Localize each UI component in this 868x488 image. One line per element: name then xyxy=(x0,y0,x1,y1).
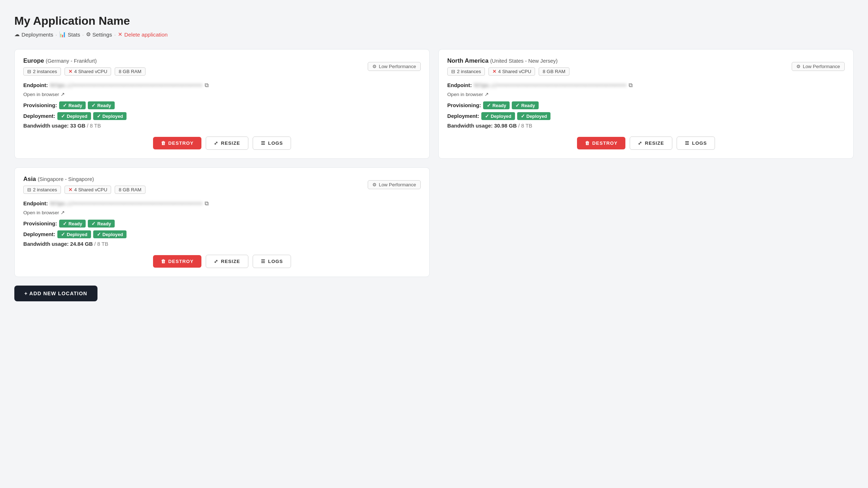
resize-button[interactable]: ⤢ RESIZE xyxy=(206,137,248,150)
region-card-europe: Europe (Germany - Frankfurt) ⊟ 2 instanc… xyxy=(14,49,430,159)
ram-badge: 8 GB RAM xyxy=(115,186,145,194)
bandwidth-label: Bandwidth usage: xyxy=(23,123,69,129)
destroy-button[interactable]: 🗑 DESTROY xyxy=(153,137,202,149)
provisioning-label: Provisioning: xyxy=(447,102,481,108)
region-specs: ⊟ 2 instances ✕ 4 Shared vCPU 8 GB RAM xyxy=(23,186,146,194)
settings-icon: ⚙ xyxy=(86,31,91,38)
resize-button[interactable]: ⤢ RESIZE xyxy=(630,137,672,150)
nav-bar: ☁ Deployments · 📊 Stats · ⚙ Settings · ✕… xyxy=(14,31,854,38)
check-icon: ✓ xyxy=(485,113,489,119)
provisioning-badge: ✓Ready xyxy=(59,101,86,109)
endpoint-row: Endpoint: https://••••••••••••••••••••••… xyxy=(23,200,421,207)
region-card-asia: Asia (Singapore - Singapore) ⊟ 2 instanc… xyxy=(14,167,430,277)
instances-icon: ⊟ xyxy=(27,187,31,192)
bandwidth-limit: / 8 TB xyxy=(518,123,532,129)
destroy-button[interactable]: 🗑 DESTROY xyxy=(153,255,202,268)
provisioning-badge: ✓Ready xyxy=(483,101,510,109)
deployment-label: Deployment: xyxy=(23,113,55,119)
open-browser-link[interactable]: Open in browser ↗ xyxy=(23,210,421,215)
nav-stats[interactable]: 📊 Stats xyxy=(59,31,80,38)
instances-badge: ⊟ 2 instances xyxy=(447,67,485,76)
nav-deployments[interactable]: ☁ Deployments xyxy=(14,31,53,38)
destroy-label: DESTROY xyxy=(168,140,194,146)
provisioning-row: Provisioning: ✓Ready ✓Ready xyxy=(447,101,845,109)
provisioning-label: Provisioning: xyxy=(23,102,57,108)
performance-badge[interactable]: ⚙ Low Performance xyxy=(368,62,421,71)
gear-icon: ⚙ xyxy=(372,64,377,69)
instances-label: 2 instances xyxy=(457,69,481,74)
copy-icon[interactable]: ⧉ xyxy=(629,82,633,88)
close-icon: ✕ xyxy=(492,69,496,74)
bandwidth-used: 30.98 GB xyxy=(494,123,517,129)
regions-grid: Europe (Germany - Frankfurt) ⊟ 2 instanc… xyxy=(14,49,854,277)
destroy-label: DESTROY xyxy=(168,259,194,264)
check-icon: ✓ xyxy=(97,113,101,119)
open-browser-link[interactable]: Open in browser ↗ xyxy=(447,91,845,97)
provisioning-row: Provisioning: ✓Ready ✓Ready xyxy=(23,220,421,228)
trash-icon: 🗑 xyxy=(161,140,166,146)
region-title: North America (United States - New Jerse… xyxy=(447,57,569,64)
endpoint-label: Endpoint: xyxy=(447,82,472,88)
add-location-label: + ADD NEW LOCATION xyxy=(24,291,87,296)
check-icon: ✓ xyxy=(61,231,65,237)
logs-icon: ☰ xyxy=(685,140,690,146)
bandwidth-label: Bandwidth usage: xyxy=(447,123,493,129)
provisioning-badge: ✓Ready xyxy=(512,101,538,109)
page-title: My Application Name xyxy=(14,14,854,28)
trash-icon: 🗑 xyxy=(161,259,166,264)
open-browser-link[interactable]: Open in browser ↗ xyxy=(23,91,421,97)
region-subtitle: (Singapore - Singapore) xyxy=(38,176,94,182)
vcpu-label: 4 Shared vCPU xyxy=(498,69,531,74)
provisioning-badge: ✓Ready xyxy=(88,101,114,109)
settings-label: Settings xyxy=(92,32,112,38)
deployments-icon: ☁ xyxy=(14,31,20,38)
close-icon: ✕ xyxy=(68,69,72,74)
bandwidth-row: Bandwidth usage: 24.84 GB / 8 TB xyxy=(23,241,421,247)
region-title: Asia (Singapore - Singapore) xyxy=(23,176,146,183)
deployment-row: Deployment: ✓Deployed ✓Deployed xyxy=(447,112,845,120)
resize-button[interactable]: ⤢ RESIZE xyxy=(206,255,248,268)
logs-button[interactable]: ☰ LOGS xyxy=(253,137,291,150)
resize-icon: ⤢ xyxy=(214,259,218,264)
deployment-label: Deployment: xyxy=(447,113,479,119)
ram-badge: 8 GB RAM xyxy=(539,67,569,76)
instances-label: 2 instances xyxy=(33,69,57,74)
add-location-button[interactable]: + ADD NEW LOCATION xyxy=(14,286,97,301)
region-info: Endpoint: https://••••••••••••••••••••••… xyxy=(447,82,845,129)
vcpu-badge: ✕ 4 Shared vCPU xyxy=(65,67,111,76)
bandwidth-row: Bandwidth usage: 33 GB / 8 TB xyxy=(23,123,421,129)
destroy-label: DESTROY xyxy=(592,140,618,146)
bandwidth-limit: / 8 TB xyxy=(87,123,101,129)
vcpu-label: 4 Shared vCPU xyxy=(74,187,107,192)
action-buttons: 🗑 DESTROY ⤢ RESIZE ☰ LOGS xyxy=(447,137,845,150)
provisioning-row: Provisioning: ✓Ready ✓Ready xyxy=(23,101,421,109)
perf-label: Low Performance xyxy=(379,64,416,69)
bandwidth-label: Bandwidth usage: xyxy=(23,241,69,247)
logs-icon: ☰ xyxy=(261,259,266,264)
external-link-icon: ↗ xyxy=(485,91,489,97)
deployment-label: Deployment: xyxy=(23,231,55,237)
delete-application-link[interactable]: ✕ Delete application xyxy=(118,31,168,38)
check-icon: ✓ xyxy=(63,102,67,108)
region-info: Endpoint: https://••••••••••••••••••••••… xyxy=(23,200,421,247)
resize-label: RESIZE xyxy=(221,140,240,146)
performance-badge[interactable]: ⚙ Low Performance xyxy=(792,62,845,71)
ram-label: 8 GB RAM xyxy=(119,69,141,74)
logs-button[interactable]: ☰ LOGS xyxy=(253,255,291,268)
deployment-badge: ✓Deployed xyxy=(93,112,127,120)
action-buttons: 🗑 DESTROY ⤢ RESIZE ☰ LOGS xyxy=(23,255,421,268)
ram-label: 8 GB RAM xyxy=(119,187,141,192)
region-card-north-america: North America (United States - New Jerse… xyxy=(438,49,854,159)
logs-button[interactable]: ☰ LOGS xyxy=(677,137,715,150)
close-icon: ✕ xyxy=(68,187,72,192)
perf-label: Low Performance xyxy=(379,182,416,187)
copy-icon[interactable]: ⧉ xyxy=(205,200,209,207)
performance-badge[interactable]: ⚙ Low Performance xyxy=(368,180,421,189)
region-specs: ⊟ 2 instances ✕ 4 Shared vCPU 8 GB RAM xyxy=(23,67,146,76)
nav-settings[interactable]: ⚙ Settings xyxy=(86,31,112,38)
resize-icon: ⤢ xyxy=(214,140,218,146)
copy-icon[interactable]: ⧉ xyxy=(205,82,209,88)
destroy-button[interactable]: 🗑 DESTROY xyxy=(577,137,626,149)
ram-badge: 8 GB RAM xyxy=(115,67,145,76)
region-specs: ⊟ 2 instances ✕ 4 Shared vCPU 8 GB RAM xyxy=(447,67,569,76)
